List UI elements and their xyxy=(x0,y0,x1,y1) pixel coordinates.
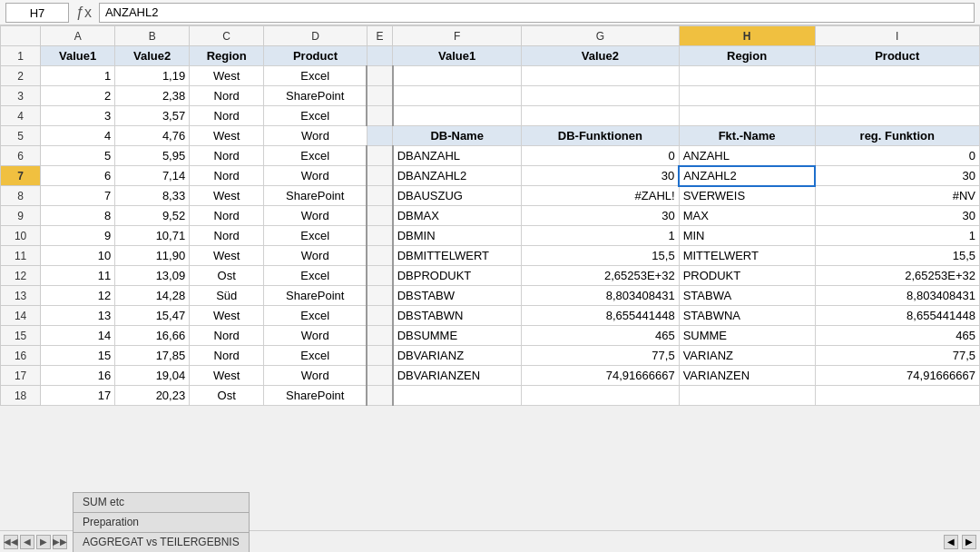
formula-input[interactable] xyxy=(99,3,975,23)
cell-16-col1[interactable]: 15 xyxy=(41,346,115,366)
cell-4-col5[interactable] xyxy=(367,106,392,126)
cell-1-col6[interactable]: Value1 xyxy=(393,46,522,66)
cell-1-col3[interactable]: Region xyxy=(190,46,264,66)
cell-17-col1[interactable]: 16 xyxy=(41,366,115,386)
cell-16-col6[interactable]: DBVARIANZ xyxy=(393,346,522,366)
cell-3-col2[interactable]: 2,38 xyxy=(115,86,190,106)
cell-15-col9[interactable]: 465 xyxy=(815,326,979,346)
cell-13-col7[interactable]: 8,803408431 xyxy=(522,286,680,306)
cell-7-col7[interactable]: 30 xyxy=(522,166,680,186)
cell-14-col9[interactable]: 8,655441448 xyxy=(815,306,979,326)
cell-14-col4[interactable]: Excel xyxy=(264,306,368,326)
cell-1-col4[interactable]: Product xyxy=(264,46,368,66)
cell-11-col6[interactable]: DBMITTELWERT xyxy=(393,246,522,266)
cell-1-col2[interactable]: Value2 xyxy=(115,46,190,66)
cell-10-col6[interactable]: DBMIN xyxy=(393,226,522,246)
cell-7-col9[interactable]: 30 xyxy=(815,166,979,186)
cell-2-col1[interactable]: 1 xyxy=(41,66,115,86)
cell-18-col9[interactable] xyxy=(815,386,979,406)
cell-7-col4[interactable]: Word xyxy=(264,166,368,186)
cell-9-col5[interactable] xyxy=(367,206,392,226)
cell-14-col2[interactable]: 15,47 xyxy=(115,306,190,326)
cell-9-col9[interactable]: 30 xyxy=(815,206,979,226)
cell-1-col9[interactable]: Product xyxy=(815,46,979,66)
cell-16-col2[interactable]: 17,85 xyxy=(115,346,190,366)
cell-4-col8[interactable] xyxy=(679,106,815,126)
cell-17-col2[interactable]: 19,04 xyxy=(115,366,190,386)
cell-2-col4[interactable]: Excel xyxy=(264,66,368,86)
cell-6-col7[interactable]: 0 xyxy=(522,146,680,166)
cell-13-col2[interactable]: 14,28 xyxy=(115,286,190,306)
cell-14-col3[interactable]: West xyxy=(190,306,264,326)
cell-7-col6[interactable]: DBANZAHL2 xyxy=(393,166,522,186)
cell-4-col3[interactable]: Nord xyxy=(190,106,264,126)
cell-15-col3[interactable]: Nord xyxy=(190,326,264,346)
cell-5-col8[interactable]: Fkt.-Name xyxy=(679,126,815,146)
cell-13-col6[interactable]: DBSTABW xyxy=(393,286,522,306)
cell-12-col6[interactable]: DBPRODUKT xyxy=(393,266,522,286)
cell-15-col2[interactable]: 16,66 xyxy=(115,326,190,346)
cell-3-col9[interactable] xyxy=(815,86,979,106)
cell-9-col2[interactable]: 9,52 xyxy=(115,206,190,226)
cell-13-col1[interactable]: 12 xyxy=(41,286,115,306)
tab-nav-last[interactable]: ▶▶ xyxy=(53,535,67,549)
cell-15-col8[interactable]: SUMME xyxy=(679,326,815,346)
cell-7-col1[interactable]: 6 xyxy=(41,166,115,186)
cell-10-col8[interactable]: MIN xyxy=(679,226,815,246)
cell-1-col8[interactable]: Region xyxy=(679,46,815,66)
cell-18-col6[interactable] xyxy=(393,386,522,406)
cell-15-col7[interactable]: 465 xyxy=(522,326,680,346)
cell-5-col9[interactable]: reg. Funktion xyxy=(815,126,979,146)
cell-11-col4[interactable]: Word xyxy=(264,246,368,266)
cell-13-col3[interactable]: Süd xyxy=(190,286,264,306)
cell-17-col6[interactable]: DBVARIANZEN xyxy=(393,366,522,386)
cell-8-col2[interactable]: 8,33 xyxy=(115,186,190,206)
cell-9-col6[interactable]: DBMAX xyxy=(393,206,522,226)
cell-7-col2[interactable]: 7,14 xyxy=(115,166,190,186)
tab-nav-first[interactable]: ◀◀ xyxy=(4,535,18,549)
cell-16-col4[interactable]: Excel xyxy=(264,346,368,366)
cell-3-col6[interactable] xyxy=(393,86,522,106)
cell-14-col8[interactable]: STABWNA xyxy=(679,306,815,326)
cell-12-col7[interactable]: 2,65253E+32 xyxy=(522,266,680,286)
cell-10-col5[interactable] xyxy=(367,226,392,246)
scroll-right[interactable]: ▶ xyxy=(962,535,976,549)
cell-6-col6[interactable]: DBANZAHL xyxy=(393,146,522,166)
cell-5-col4[interactable]: Word xyxy=(264,126,368,146)
cell-11-col3[interactable]: West xyxy=(190,246,264,266)
cell-16-col9[interactable]: 77,5 xyxy=(815,346,979,366)
cell-3-col4[interactable]: SharePoint xyxy=(264,86,368,106)
cell-2-col3[interactable]: West xyxy=(190,66,264,86)
cell-9-col1[interactable]: 8 xyxy=(41,206,115,226)
cell-5-col5[interactable] xyxy=(367,126,392,146)
cell-6-col5[interactable] xyxy=(367,146,392,166)
cell-8-col8[interactable]: SVERWEIS xyxy=(679,186,815,206)
cell-12-col2[interactable]: 13,09 xyxy=(115,266,190,286)
cell-12-col8[interactable]: PRODUKT xyxy=(679,266,815,286)
cell-3-col3[interactable]: Nord xyxy=(190,86,264,106)
cell-11-col5[interactable] xyxy=(367,246,392,266)
cell-8-col3[interactable]: West xyxy=(190,186,264,206)
cell-8-col5[interactable] xyxy=(367,186,392,206)
cell-2-col8[interactable] xyxy=(679,66,815,86)
cell-18-col7[interactable] xyxy=(522,386,680,406)
cell-2-col6[interactable] xyxy=(393,66,522,86)
cell-6-col1[interactable]: 5 xyxy=(41,146,115,166)
cell-11-col8[interactable]: MITTELWERT xyxy=(679,246,815,266)
cell-12-col9[interactable]: 2,65253E+32 xyxy=(815,266,979,286)
cell-3-col8[interactable] xyxy=(679,86,815,106)
cell-13-col4[interactable]: SharePoint xyxy=(264,286,368,306)
cell-18-col3[interactable]: Ost xyxy=(190,386,264,406)
cell-8-col6[interactable]: DBAUSZUG xyxy=(393,186,522,206)
cell-8-col4[interactable]: SharePoint xyxy=(264,186,368,206)
cell-17-col8[interactable]: VARIANZEN xyxy=(679,366,815,386)
cell-5-col7[interactable]: DB-Funktionen xyxy=(522,126,680,146)
cell-reference-box[interactable]: H7 xyxy=(5,3,69,23)
cell-13-col5[interactable] xyxy=(367,286,392,306)
cell-6-col9[interactable]: 0 xyxy=(815,146,979,166)
cell-16-col5[interactable] xyxy=(367,346,392,366)
cell-5-col3[interactable]: West xyxy=(190,126,264,146)
cell-8-col1[interactable]: 7 xyxy=(41,186,115,206)
cell-18-col1[interactable]: 17 xyxy=(41,386,115,406)
cell-3-col7[interactable] xyxy=(522,86,680,106)
